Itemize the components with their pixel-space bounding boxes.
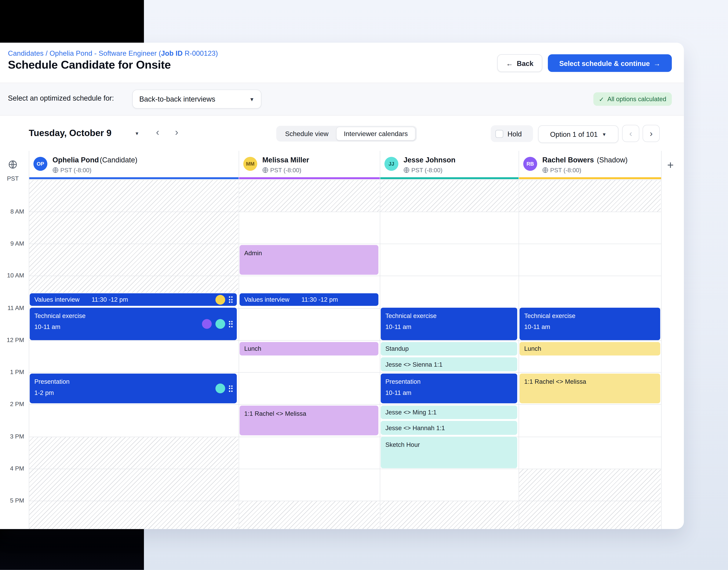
unavailable-region — [519, 180, 661, 212]
breadcrumb-job-number: R-000123) — [183, 49, 218, 57]
page-header: Candidates / Ophelia Pond - Software Eng… — [0, 43, 684, 83]
breadcrumb-text[interactable]: Candidates / Ophelia Pond - Software Eng… — [8, 49, 161, 57]
event-admin[interactable]: Admin — [240, 245, 379, 275]
event-jesse-sienna[interactable]: Jesse <> Sienna 1:1 — [381, 357, 517, 371]
column-underline — [519, 177, 661, 179]
event-values-interview[interactable]: Values interview 11:30 -12 pm — [30, 293, 237, 306]
tab-schedule-view[interactable]: Schedule view — [278, 127, 336, 140]
drag-handle-icon[interactable] — [229, 296, 233, 303]
schedule-type-value: Back-to-back interviews — [139, 95, 215, 103]
breadcrumb[interactable]: Candidates / Ophelia Pond - Software Eng… — [8, 49, 218, 57]
column-name: Ophelia Pond — [52, 156, 99, 164]
event-technical-exercise[interactable]: Technical exercise 10-11 am — [30, 308, 237, 340]
continue-button-label: Select schedule & continue — [559, 59, 650, 67]
column-header-jesse: Jesse Johnson — [404, 156, 455, 164]
globe-icon — [262, 167, 268, 173]
event-time: 10-11 am — [386, 389, 513, 396]
event-one-on-one-rachel-melissa[interactable]: 1:1 Rachel <> Melissa — [240, 405, 379, 435]
event-lunch[interactable]: Lunch — [519, 342, 660, 355]
column-divider — [661, 151, 662, 529]
column-timezone: PST (-8:00) — [262, 167, 301, 174]
column-divider — [380, 151, 380, 529]
column-underline — [29, 177, 239, 179]
select-schedule-continue-button[interactable]: Select schedule & continue → — [548, 54, 672, 72]
globe-icon — [542, 167, 548, 173]
avatar: MM — [243, 157, 257, 171]
tab-interviewer-calendars[interactable]: Interviewer calendars — [336, 127, 416, 140]
time-label: 9 AM — [0, 240, 24, 247]
unavailable-region — [380, 180, 518, 212]
time-label: 3 PM — [0, 433, 24, 440]
timezone-text: PST (-8:00) — [411, 167, 443, 174]
hold-toggle[interactable]: Hold — [491, 125, 533, 142]
forward-arrow-icon: → — [654, 59, 661, 67]
column-underline — [239, 177, 380, 179]
event-title: Presentation — [386, 378, 513, 385]
column-header-melissa: Melissa Miller — [262, 156, 309, 164]
column-suffix: (Shadow) — [597, 156, 628, 164]
status-badge-label: All options calculated — [608, 95, 666, 102]
column-timezone: PST (-8:00) — [52, 167, 91, 174]
hold-checkbox[interactable] — [495, 129, 503, 137]
gridline — [29, 469, 661, 469]
time-label: 5 PM — [0, 497, 24, 504]
time-label: 10 AM — [0, 272, 24, 279]
event-title: Technical exercise — [386, 312, 513, 319]
time-label: 11 AM — [0, 304, 24, 311]
chevron-down-icon: ▼ — [602, 131, 606, 136]
back-button-label: Back — [517, 59, 533, 67]
schedule-type-dropdown[interactable]: Back-to-back interviews ▼ — [132, 90, 261, 108]
event-technical-exercise[interactable]: Technical exercise 10-11 am — [519, 308, 660, 340]
unavailable-region — [29, 437, 238, 529]
event-values-interview[interactable]: Values interview 11:30 -12 pm — [240, 293, 379, 306]
prev-option-button[interactable]: ‹ — [622, 125, 640, 142]
back-button[interactable]: ← Back — [497, 54, 542, 72]
time-label: 1 PM — [0, 368, 24, 375]
event-technical-exercise[interactable]: Technical exercise 10-11 am — [381, 308, 517, 340]
column-underline — [380, 177, 518, 179]
event-time: 11:30 -12 pm — [301, 296, 338, 303]
option-selector-value: Option 1 of 101 — [550, 130, 597, 138]
unavailable-region — [380, 501, 518, 529]
next-day-button[interactable]: › — [175, 127, 178, 138]
timezone-text: PST (-8:00) — [270, 167, 301, 174]
gridline — [29, 340, 661, 340]
status-badge: ✓ All options calculated — [593, 92, 672, 106]
option-selector-dropdown[interactable]: Option 1 of 101 ▼ — [538, 125, 619, 143]
globe-icon — [404, 167, 410, 173]
event-title: Admin — [244, 250, 374, 257]
event-lunch[interactable]: Lunch — [240, 342, 379, 355]
column-header-rachel: Rachel Bowers (Shadow) — [542, 156, 628, 164]
drag-handle-icon[interactable] — [229, 321, 233, 327]
page-title: Schedule Candidate for Onsite — [8, 58, 171, 72]
event-title: Values interview — [34, 296, 79, 303]
globe-icon — [8, 160, 17, 169]
gridline — [29, 244, 661, 244]
date-caret-icon[interactable]: ▼ — [135, 131, 139, 136]
event-one-on-one-rachel-melissa[interactable]: 1:1 Rachel <> Melissa — [519, 373, 660, 403]
event-time: 1-2 pm — [34, 389, 232, 396]
event-title: 1:1 Rachel <> Melissa — [524, 378, 656, 385]
timezone-text: PST (-8:00) — [550, 167, 581, 174]
bottom-left-black-panel — [0, 529, 144, 570]
event-jesse-ming[interactable]: Jesse <> Ming 1:1 — [381, 405, 517, 419]
event-sketch-hour[interactable]: Sketch Hour — [381, 437, 517, 468]
column-name: Melissa Miller — [262, 156, 309, 164]
optimizer-label: Select an optimized schedule for: — [8, 94, 114, 102]
attendee-avatar-rachel — [202, 319, 211, 329]
event-standup[interactable]: Standup — [381, 342, 517, 355]
gridline — [29, 437, 661, 437]
next-option-button[interactable]: › — [643, 125, 660, 142]
date-label[interactable]: Tuesday, October 9 — [29, 127, 111, 138]
attendee-avatar-melissa — [215, 295, 225, 304]
event-title: Jesse <> Sienna 1:1 — [386, 361, 443, 368]
prev-day-button[interactable]: ‹ — [156, 127, 159, 138]
column-suffix: (Candidate) — [100, 156, 137, 164]
event-jesse-hannah[interactable]: Jesse <> Hannah 1:1 — [381, 421, 517, 435]
add-column-button[interactable]: + — [667, 159, 674, 172]
drag-handle-icon[interactable] — [229, 385, 233, 392]
timezone-text: PST (-8:00) — [60, 167, 91, 174]
hold-label: Hold — [507, 129, 522, 137]
event-presentation[interactable]: Presentation 1-2 pm — [30, 373, 237, 403]
event-presentation[interactable]: Presentation 10-11 am — [381, 373, 517, 403]
